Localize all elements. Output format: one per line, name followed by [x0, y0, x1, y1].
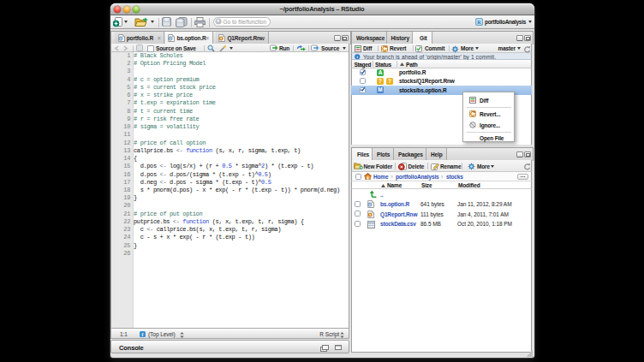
svg-text:R: R — [477, 20, 481, 25]
svg-text:f: f — [142, 332, 144, 337]
